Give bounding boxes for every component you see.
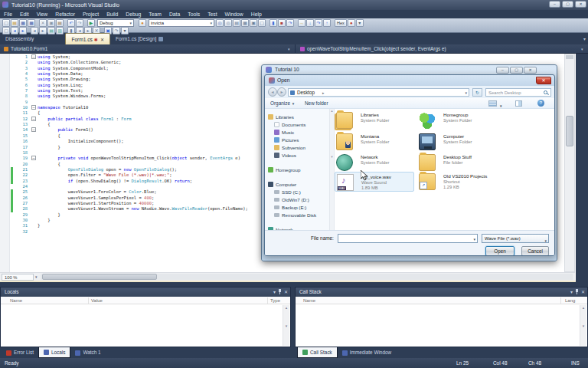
horizontal-scrollbar-thumb[interactable] <box>42 274 157 280</box>
new-folder-button[interactable]: New folder <box>305 98 328 109</box>
code-line[interactable]: 6using System.Linq; <box>0 83 248 88</box>
close-icon[interactable]: ✕ <box>100 38 104 42</box>
toolbox-icon[interactable]: ▢ <box>258 19 266 27</box>
locals-scrollbar[interactable]: ▴▾ <box>283 305 289 346</box>
nav-item-subversion[interactable]: Subversion <box>274 143 305 151</box>
step-out-icon[interactable]: ↑ <box>323 19 331 27</box>
code-line[interactable]: 26 waveViewer1.SamplesPerPixel = 400; <box>0 196 248 201</box>
restart-icon[interactable]: ↷ <box>286 19 294 27</box>
menu-window[interactable]: Window <box>221 10 247 18</box>
file-item-libraries[interactable]: LibrariesSystem Folder <box>335 110 414 130</box>
code-line[interactable]: 30 } <box>0 218 248 223</box>
back-button[interactable]: ◂ <box>268 87 277 97</box>
save-icon[interactable]: ▦ <box>19 19 27 27</box>
code-line[interactable]: 32 <box>0 229 248 235</box>
code-line[interactable]: 9 <box>0 100 248 105</box>
fold-margin[interactable]: – <box>30 117 38 122</box>
column-separator[interactable] <box>560 297 561 304</box>
close-button[interactable]: ✕ <box>575 1 586 8</box>
file-type-dropdown-icon[interactable]: ▾ <box>544 237 547 245</box>
file-item-network[interactable]: NetworkSystem Folder <box>335 153 414 172</box>
call-stack-panel-titlebar[interactable]: Call Stack ▾ ✕ <box>296 288 587 297</box>
code-line[interactable]: 20 { <box>0 162 248 167</box>
tab-form1-cs-design-[interactable]: Form1.cs [Design] <box>110 33 169 44</box>
column-header-name[interactable]: Name <box>10 297 22 304</box>
code-line[interactable]: 5using System.Drawing; <box>0 77 248 82</box>
preview-pane-icon[interactable] <box>515 100 522 107</box>
column-header-lang[interactable]: Lang <box>565 297 575 304</box>
solution-explorer-icon[interactable]: ▤ <box>233 19 240 27</box>
new-window-icon[interactable]: ▢ <box>2 19 10 27</box>
editor-zoom-control[interactable]: 100 % <box>2 274 34 281</box>
solution-configurations-combo[interactable]: Debug▾ <box>97 19 134 27</box>
refresh-button[interactable]: ↻ <box>472 88 482 97</box>
nav-item-videos[interactable]: Videos <box>274 151 296 159</box>
code-line[interactable]: 25 waveViewer1.ForeColor = Color.Blue; <box>0 189 248 195</box>
fold-margin[interactable]: – <box>30 54 38 60</box>
start-debug-icon[interactable]: ▶ <box>87 19 95 27</box>
app-close-button[interactable]: ✕ <box>524 67 537 74</box>
save-all-icon[interactable]: ▦ <box>28 19 35 27</box>
breadcrumb-chevron-icon[interactable]: ▸ <box>322 89 325 97</box>
close-icon[interactable]: ✕ <box>284 289 288 296</box>
nav-item-backup-e-[interactable]: Backup (E:) <box>274 203 306 211</box>
window-position-icon[interactable]: ▾ <box>570 289 573 296</box>
code-line[interactable]: 4using System.Data; <box>0 71 248 77</box>
menu-edit[interactable]: Edit <box>16 10 33 18</box>
search-input[interactable]: Search Desktop <box>485 88 551 97</box>
pin-icon[interactable] <box>278 289 282 296</box>
menu-help[interactable]: Help <box>247 10 266 18</box>
call-stack-scrollbar[interactable]: ▴▾ <box>580 305 586 346</box>
file-item-montana[interactable]: MontanaSystem Folder <box>335 132 414 152</box>
nav-item-computer[interactable]: Computer <box>268 180 296 188</box>
paste-icon[interactable]: ▤ <box>56 19 64 27</box>
zoom-dropdown-icon[interactable]: ▾ <box>34 274 41 279</box>
column-header-value[interactable]: Value <box>91 297 103 304</box>
hex-button[interactable]: Hex <box>335 19 347 27</box>
locals-column-header[interactable]: NameValueType <box>1 297 290 304</box>
column-header-type[interactable]: Type <box>270 297 280 304</box>
object-browser-icon[interactable]: ▣ <box>250 19 257 27</box>
breadcrumb[interactable]: Desktop <box>297 89 315 97</box>
app-maximize-button[interactable]: ▢ <box>510 67 523 74</box>
type-combo-dropdown-icon[interactable]: ▾ <box>288 44 290 54</box>
code-line[interactable]: 11{ <box>0 110 248 116</box>
cancel-button[interactable]: Cancel <box>521 246 549 256</box>
forward-button[interactable]: ▸ <box>277 87 286 97</box>
undo-icon[interactable]: ↶ <box>67 19 75 27</box>
collapse-icon[interactable]: – <box>31 127 36 132</box>
member-combo[interactable]: openWaveToolStripMenuItem_Click(object s… <box>296 44 588 54</box>
code-line[interactable]: 13 { <box>0 122 248 127</box>
nav-item-libraries[interactable]: Libraries <box>268 113 294 120</box>
code-line[interactable]: 24 <box>0 184 248 189</box>
menu-refactor[interactable]: Refactor <box>51 10 79 18</box>
code-line[interactable]: 27 waveViewer1.StartPosition = 40000; <box>0 201 248 206</box>
document-list-dropdown-icon[interactable]: ▾ <box>583 36 586 41</box>
break-all-icon[interactable]: ▮ <box>270 19 277 27</box>
menu-view[interactable]: View <box>33 10 52 18</box>
find-icon[interactable]: ◎ <box>216 19 224 27</box>
code-line[interactable]: 16 InitializeComponent(); <box>0 139 248 144</box>
column-header-name[interactable]: Name <box>303 297 315 304</box>
navigation-pane-scrollbar[interactable]: ▲▼ <box>329 109 335 230</box>
menu-team[interactable]: Team <box>145 10 165 18</box>
organize-menu[interactable]: Organize ▼ <box>270 98 295 110</box>
menu-project[interactable]: Project <box>79 10 103 18</box>
menu-debug[interactable]: Debug <box>122 10 145 18</box>
tool-tab-watch-1[interactable]: Watch 1 <box>70 347 105 358</box>
find-combo[interactable]: invicta▾ <box>149 19 214 27</box>
fold-margin[interactable]: – <box>30 127 38 133</box>
menu-data[interactable]: Data <box>165 10 184 18</box>
menu-build[interactable]: Build <box>103 10 122 18</box>
code-line[interactable]: 22 open.Filter = "Wave File (*.wav)|*.wa… <box>0 172 248 178</box>
nav-item-ssd-c-[interactable]: SSD (C:) <box>274 188 301 196</box>
window-position-icon[interactable]: ▾ <box>273 289 276 296</box>
step-over-icon[interactable]: ↷ <box>315 19 322 27</box>
code-line[interactable]: 21 OpenFileDialog open = new OpenFileDia… <box>0 167 248 172</box>
tool-tab-locals[interactable]: Locals <box>38 347 70 358</box>
call-stack-column-header[interactable]: NameLang <box>296 297 587 304</box>
code-line[interactable]: 23 if (open.ShowDialog() != DialogResult… <box>0 179 248 184</box>
cut-icon[interactable]: ✕ <box>39 19 47 27</box>
help-icon[interactable]: ? <box>537 100 544 107</box>
collapse-icon[interactable]: – <box>31 105 36 110</box>
